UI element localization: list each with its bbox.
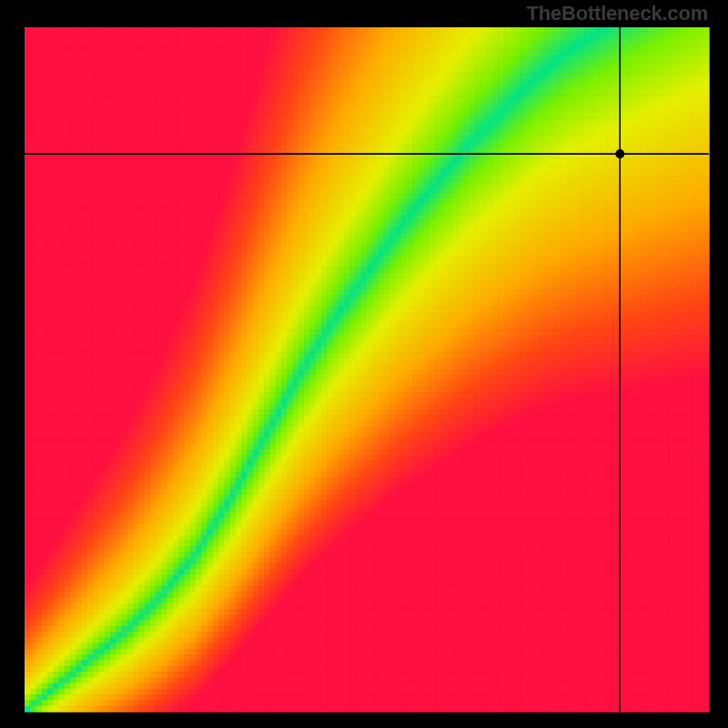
chart-container: TheBottleneck.com	[0, 0, 728, 728]
crosshair-overlay	[0, 0, 728, 728]
attribution-text: TheBottleneck.com	[526, 2, 708, 25]
